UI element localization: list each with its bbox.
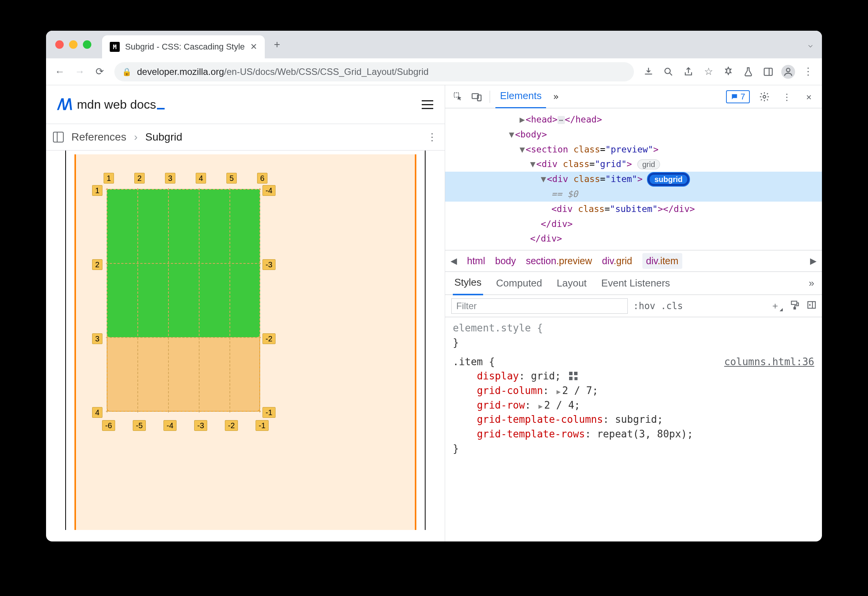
grid-col-label: 5 bbox=[226, 173, 237, 184]
cls-toggle[interactable]: .cls bbox=[661, 301, 683, 311]
minimize-window-button[interactable] bbox=[69, 40, 78, 49]
css-declaration[interactable]: grid-template-rows: repeat(3, 80px); bbox=[453, 427, 814, 442]
content-area: 1 2 3 4 5 6 1 2 3 4 -4 bbox=[46, 151, 445, 541]
tabs-overflow-icon[interactable]: » bbox=[549, 91, 562, 102]
sidepanel-icon[interactable] bbox=[760, 63, 777, 80]
bc-scroll-right[interactable]: ▶ bbox=[810, 256, 817, 266]
browser-tab[interactable]: M Subgrid - CSS: Cascading Style ✕ bbox=[102, 35, 265, 58]
kebab-menu-icon[interactable]: ⋮ bbox=[779, 89, 794, 104]
new-style-rule-icon[interactable]: ＋◢ bbox=[771, 300, 783, 312]
tabs-overflow-icon[interactable]: ⌵ bbox=[808, 40, 813, 49]
tab-elements[interactable]: Elements bbox=[495, 84, 546, 109]
svg-point-6 bbox=[763, 95, 766, 98]
css-declaration[interactable]: display: grid; bbox=[453, 369, 814, 384]
grid-demo-background: 1 2 3 4 5 6 1 2 3 4 -4 bbox=[74, 154, 416, 530]
css-declaration[interactable]: grid-row: ▶2 / 4; bbox=[453, 398, 814, 413]
close-devtools-icon[interactable]: ✕ bbox=[801, 89, 817, 104]
breadcrumb-more-icon[interactable]: ⋮ bbox=[427, 131, 438, 143]
lock-icon: 🔒 bbox=[122, 67, 132, 76]
grid-col-label: 4 bbox=[196, 173, 206, 184]
grid-col-neg-label: -4 bbox=[163, 420, 177, 431]
bc-body[interactable]: body bbox=[495, 255, 516, 267]
device-toolbar-icon[interactable] bbox=[469, 89, 484, 104]
settings-gear-icon[interactable] bbox=[757, 89, 772, 104]
subgrid-demo: 1 2 3 4 5 6 1 2 3 4 -4 bbox=[107, 189, 260, 412]
sidebar-toggle-icon[interactable] bbox=[53, 132, 64, 142]
share-icon[interactable] bbox=[680, 63, 697, 80]
paint-icon[interactable] bbox=[790, 300, 800, 312]
filter-input[interactable]: Filter bbox=[451, 298, 628, 314]
breadcrumb-bar: References › Subgrid ⋮ bbox=[46, 124, 445, 151]
breadcrumb-references[interactable]: References bbox=[71, 131, 126, 143]
favicon: M bbox=[110, 42, 120, 52]
grid-col-neg-label: -2 bbox=[225, 420, 238, 431]
rule-close: } bbox=[453, 442, 814, 456]
hov-toggle[interactable]: :hov bbox=[633, 301, 655, 311]
mdn-logo[interactable]: /\/\ mdn web docs bbox=[58, 96, 165, 113]
maximize-window-button[interactable] bbox=[83, 40, 91, 49]
inspect-element-icon[interactable] bbox=[451, 89, 466, 104]
element-style-selector: element.style { bbox=[453, 322, 543, 334]
install-icon[interactable] bbox=[640, 63, 657, 80]
subtab-layout[interactable]: Layout bbox=[555, 272, 588, 295]
extensions-icon[interactable] bbox=[720, 63, 737, 80]
svg-point-0 bbox=[665, 68, 670, 73]
subgrid-badge[interactable]: subgrid bbox=[648, 173, 689, 186]
subtab-event[interactable]: Event Listeners bbox=[600, 272, 672, 295]
issues-badge[interactable]: 7 bbox=[726, 90, 750, 103]
zoom-icon[interactable] bbox=[660, 63, 677, 80]
forward-button[interactable]: → bbox=[71, 63, 88, 80]
back-button[interactable]: ← bbox=[51, 63, 68, 80]
devtools-panel: Elements » 7 ⋮ ✕ ▶<head>⋯</head> ▼<body bbox=[445, 85, 822, 541]
labs-icon[interactable] bbox=[740, 63, 757, 80]
hamburger-menu-icon[interactable] bbox=[422, 100, 433, 109]
devtools-toolbar: Elements » 7 ⋮ ✕ bbox=[445, 85, 822, 108]
grid-col-label: 6 bbox=[257, 173, 267, 184]
bc-section[interactable]: section.preview bbox=[526, 255, 592, 267]
selection-ref: == $0 bbox=[551, 189, 578, 199]
url-path: /en-US/docs/Web/CSS/CSS_Grid_Layout/Subg… bbox=[224, 66, 429, 77]
close-tab-icon[interactable]: ✕ bbox=[250, 42, 257, 52]
tab-strip: M Subgrid - CSS: Cascading Style ✕ + ⌵ bbox=[46, 31, 822, 58]
grid-col-neg-label: -6 bbox=[102, 420, 115, 431]
bookmark-icon[interactable]: ☆ bbox=[700, 63, 717, 80]
source-link[interactable]: columns.html:36 bbox=[724, 355, 814, 369]
new-tab-button[interactable]: + bbox=[269, 37, 285, 52]
subtab-styles[interactable]: Styles bbox=[453, 271, 483, 295]
grid-row-neg-label: -1 bbox=[262, 407, 276, 418]
dom-tree[interactable]: ▶<head>⋯</head> ▼<body> ▼<section class=… bbox=[445, 108, 822, 250]
grid-row-label: 3 bbox=[92, 333, 102, 344]
mdn-header: /\/\ mdn web docs bbox=[46, 85, 445, 124]
css-declaration[interactable]: grid-template-columns: subgrid; bbox=[453, 412, 814, 427]
tab-title: Subgrid - CSS: Cascading Style bbox=[125, 42, 245, 52]
bc-div-grid[interactable]: div.grid bbox=[602, 255, 632, 267]
bc-html[interactable]: html bbox=[467, 255, 485, 267]
grid-row-label: 4 bbox=[92, 407, 102, 418]
bc-scroll-left[interactable]: ◀ bbox=[451, 256, 457, 266]
grid-row-label: 2 bbox=[92, 259, 102, 270]
reload-button[interactable]: ⟳ bbox=[91, 63, 108, 80]
grid-row-label: 1 bbox=[92, 185, 102, 196]
profile-button[interactable] bbox=[780, 63, 797, 80]
grid-row-neg-label: -4 bbox=[262, 185, 276, 196]
item-selector: .item { bbox=[453, 356, 495, 368]
styles-pane[interactable]: element.style { } columns.html:36 .item … bbox=[445, 317, 822, 541]
window-controls bbox=[55, 40, 91, 49]
toggle-sidebar-icon[interactable] bbox=[807, 300, 817, 312]
close-window-button[interactable] bbox=[55, 40, 64, 49]
grid-col-neg-label: -3 bbox=[194, 420, 207, 431]
svg-rect-7 bbox=[791, 301, 797, 305]
styles-subtabs: Styles Computed Layout Event Listeners » bbox=[445, 272, 822, 295]
css-declaration[interactable]: grid-column: ▶2 / 7; bbox=[453, 384, 814, 398]
grid-col-label: 1 bbox=[104, 173, 114, 184]
dom-breadcrumb: ◀ html body section.preview div.grid div… bbox=[445, 250, 822, 272]
grid-badge[interactable]: grid bbox=[637, 159, 660, 169]
mdn-logo-mark: /\/\ bbox=[58, 96, 71, 113]
subtab-computed[interactable]: Computed bbox=[495, 272, 544, 295]
rule-close: } bbox=[453, 336, 814, 350]
breadcrumb-current: Subgrid bbox=[145, 131, 183, 143]
url-input[interactable]: 🔒 developer.mozilla.org/en-US/docs/Web/C… bbox=[114, 62, 634, 81]
subtabs-overflow[interactable]: » bbox=[809, 277, 814, 289]
bc-div-item[interactable]: div.item bbox=[642, 253, 682, 269]
menu-icon[interactable]: ⋮ bbox=[800, 63, 817, 80]
